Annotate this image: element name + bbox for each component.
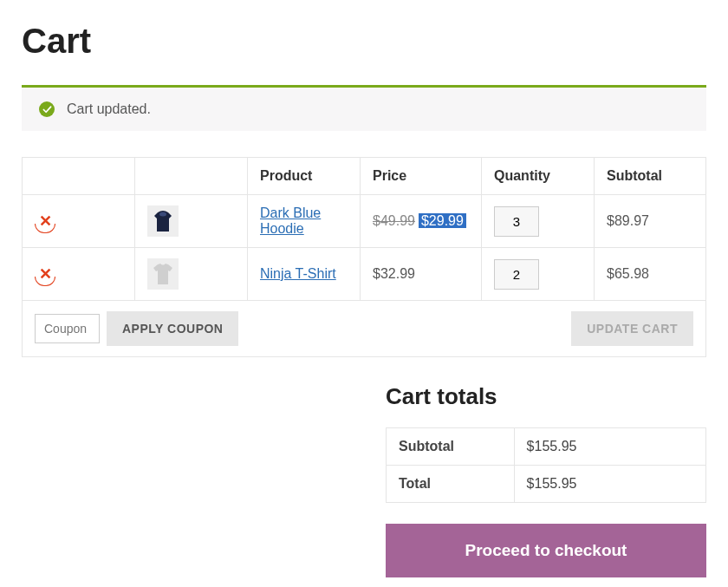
actions-row: Apply Coupon Update Cart — [23, 301, 706, 357]
product-thumbnail[interactable] — [147, 258, 179, 290]
remove-button[interactable]: ✕ — [35, 264, 55, 284]
product-thumbnail[interactable] — [147, 205, 179, 237]
header-thumb — [135, 158, 248, 195]
quantity-input[interactable] — [494, 259, 539, 290]
proceed-to-checkout-button[interactable]: Proceed to checkout — [386, 524, 706, 577]
subtotal-value: $155.95 — [514, 428, 705, 466]
header-price: Price — [361, 158, 482, 195]
notice-message: Cart updated. — [67, 101, 151, 117]
update-cart-button[interactable]: Update Cart — [571, 311, 693, 346]
apply-coupon-button[interactable]: Apply Coupon — [107, 311, 238, 346]
cart-updated-notice: Cart updated. — [22, 85, 706, 131]
original-price: $49.99 — [373, 213, 415, 228]
product-link[interactable]: Dark Blue Hoodie — [260, 205, 321, 236]
cart-totals-heading: Cart totals — [386, 383, 706, 410]
cart-table: Product Price Quantity Subtotal ✕ — [22, 157, 706, 357]
total-value: $155.95 — [514, 466, 705, 503]
header-remove — [23, 158, 135, 195]
close-icon: ✕ — [39, 266, 52, 282]
totals-table: Subtotal $155.95 Total $155.95 — [386, 427, 706, 503]
header-quantity: Quantity — [482, 158, 595, 195]
coupon-input[interactable] — [35, 314, 100, 343]
header-product: Product — [248, 158, 361, 195]
price-cell: $49.99$29.99 — [361, 195, 482, 248]
row-subtotal: $65.98 — [595, 248, 706, 301]
tshirt-icon — [153, 262, 173, 286]
table-row: ✕ Dark Blue Hoodie $49.99$29.99 — [23, 195, 706, 248]
total-label: Total — [387, 466, 515, 503]
sale-price: $29.99 — [419, 213, 466, 228]
page-title: Cart — [22, 22, 706, 61]
header-subtotal: Subtotal — [595, 158, 706, 195]
product-link[interactable]: Ninja T-Shirt — [260, 266, 336, 281]
table-row: ✕ Ninja T-Shirt $32.99 $65.98 — [23, 248, 706, 301]
subtotal-label: Subtotal — [387, 428, 515, 466]
svg-point-0 — [159, 212, 166, 217]
remove-button[interactable]: ✕ — [35, 211, 55, 232]
price-cell: $32.99 — [361, 248, 482, 301]
close-icon: ✕ — [39, 213, 52, 229]
cart-totals: Cart totals Subtotal $155.95 Total $155.… — [386, 383, 706, 577]
hoodie-icon — [153, 209, 173, 233]
quantity-input[interactable] — [494, 206, 539, 237]
check-icon — [39, 101, 55, 117]
row-subtotal: $89.97 — [595, 195, 706, 248]
